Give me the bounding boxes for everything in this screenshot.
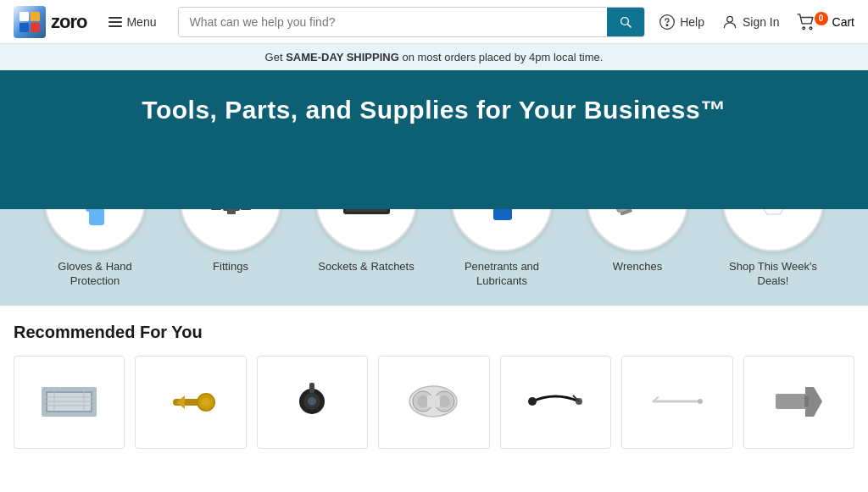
product-row xyxy=(14,356,854,449)
svg-rect-2 xyxy=(19,23,29,32)
logo-area[interactable]: zoro xyxy=(14,6,86,38)
logo-icon xyxy=(14,6,46,38)
svg-rect-66 xyxy=(427,395,440,407)
cart-count: 0 xyxy=(815,12,828,25)
cart-label: Cart xyxy=(832,15,854,29)
svg-point-8 xyxy=(727,16,733,22)
hero-headline: Tools, Parts, and Supplies for Your Busi… xyxy=(17,96,851,124)
svg-point-65 xyxy=(438,395,450,407)
svg-point-55 xyxy=(202,398,210,406)
menu-button[interactable]: Menu xyxy=(100,10,164,34)
cart-icon xyxy=(797,13,815,31)
product-thumb-7 xyxy=(765,368,832,436)
signin-link[interactable]: Sign In xyxy=(721,14,780,30)
svg-rect-0 xyxy=(19,12,29,21)
product-thumb-3 xyxy=(279,368,347,436)
hamburger-icon xyxy=(108,17,122,27)
svg-point-63 xyxy=(417,395,429,407)
help-link[interactable]: Help xyxy=(659,14,704,30)
product-thumb-5 xyxy=(521,368,589,436)
shipping-prefix: Get xyxy=(265,51,287,64)
product-thumb-2 xyxy=(157,368,225,436)
svg-point-7 xyxy=(666,24,668,25)
category-label-gloves: Gloves & Hand Protection xyxy=(36,260,154,289)
product-card-3[interactable] xyxy=(257,356,368,449)
cart-area[interactable]: 0 Cart xyxy=(797,13,854,31)
search-bar xyxy=(178,7,645,37)
shipping-banner: Get SAME-DAY SHIPPING on most orders pla… xyxy=(0,44,868,70)
logo-text: zoro xyxy=(51,11,86,33)
svg-point-10 xyxy=(810,26,812,29)
svg-point-9 xyxy=(802,26,804,29)
menu-label: Menu xyxy=(126,15,156,29)
category-label-sockets: Sockets & Ratchets xyxy=(318,260,414,274)
signin-label: Sign In xyxy=(743,15,780,29)
search-input[interactable] xyxy=(179,8,607,36)
product-card-1[interactable] xyxy=(14,356,125,449)
product-card-7[interactable] xyxy=(743,356,854,449)
help-label: Help xyxy=(680,15,704,29)
category-label-deals: Shop This Week's Deals! xyxy=(714,260,832,289)
hero-section: Tools, Parts, and Supplies for Your Busi… xyxy=(0,70,868,209)
category-label-penetrants: Penetrants and Lubricants xyxy=(442,260,561,289)
search-button[interactable] xyxy=(607,8,644,36)
product-card-4[interactable] xyxy=(378,356,489,449)
search-icon xyxy=(619,15,632,29)
svg-line-5 xyxy=(627,24,631,27)
svg-point-70 xyxy=(698,399,703,404)
category-section: Gloves & Hand Protection Fittings xyxy=(0,209,868,306)
product-card-6[interactable] xyxy=(621,356,732,449)
recommended-title: Recommended For You xyxy=(14,323,854,342)
help-icon xyxy=(659,14,676,30)
svg-rect-72 xyxy=(804,395,809,407)
svg-point-60 xyxy=(310,400,314,403)
category-label-fittings: Fittings xyxy=(213,260,248,274)
category-label-wrenches: Wrenches xyxy=(613,260,662,274)
site-header: zoro Menu Help xyxy=(0,0,868,44)
svg-rect-71 xyxy=(776,394,808,409)
svg-rect-1 xyxy=(31,12,40,21)
product-card-2[interactable] xyxy=(135,356,246,449)
person-icon xyxy=(721,14,738,30)
svg-rect-3 xyxy=(31,23,40,32)
svg-rect-58 xyxy=(309,383,314,393)
product-thumb-1 xyxy=(36,368,103,436)
shipping-highlight: SAME-DAY SHIPPING xyxy=(286,51,399,64)
svg-point-67 xyxy=(528,397,537,406)
product-thumb-6 xyxy=(643,368,711,436)
recommended-section: Recommended For You xyxy=(0,306,868,466)
product-thumb-4 xyxy=(400,368,468,436)
header-actions: Help Sign In 0 Cart xyxy=(659,13,854,31)
shipping-suffix: on most orders placed by 4pm local time. xyxy=(399,51,604,64)
product-card-5[interactable] xyxy=(500,356,611,449)
